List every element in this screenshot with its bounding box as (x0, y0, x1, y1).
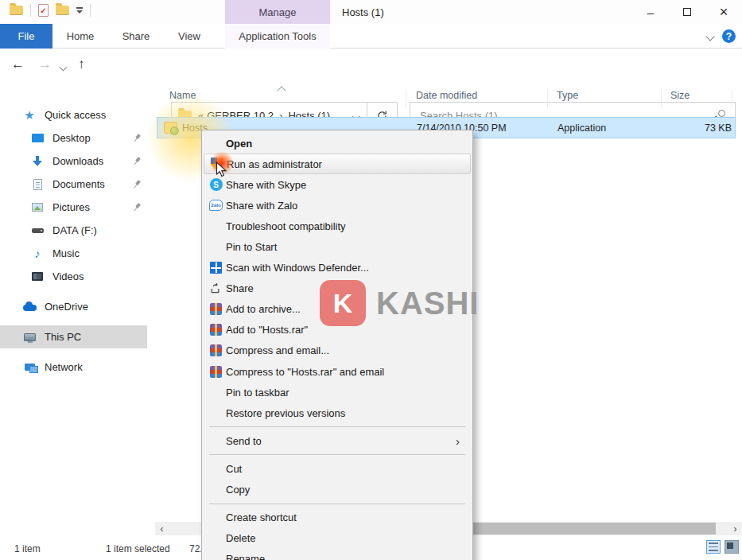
menu-item-share-with-zalo[interactable]: Zalo Share with Zalo (204, 195, 471, 216)
sidebar-item-videos[interactable]: Videos (0, 265, 155, 288)
maximize-button[interactable] (669, 0, 705, 24)
winrar-icon (209, 365, 223, 379)
tab-view[interactable]: View (172, 24, 207, 49)
sidebar-item-network[interactable]: Network (0, 356, 155, 379)
menu-item-cut[interactable]: Cut (204, 458, 471, 479)
menu-item-label: Compress to "Hosts.rar" and email (226, 366, 384, 378)
item-count: 1 item (14, 543, 41, 554)
sidebar-item-label: Desktop (52, 132, 91, 144)
column-header-size[interactable]: Size (670, 90, 690, 101)
properties-icon[interactable]: ✓ (38, 4, 49, 17)
sidebar-item-documents[interactable]: Documents (0, 173, 155, 196)
window-controls: – × (632, 0, 742, 24)
navigation-pane: ★ Quick access Desktop Downloads Documen… (0, 103, 155, 379)
sidebar-item-downloads[interactable]: Downloads (0, 150, 155, 173)
sidebar-item-desktop[interactable]: Desktop (0, 126, 155, 150)
sidebar-item-data-drive[interactable]: DATA (F:) (0, 219, 155, 242)
column-header-name[interactable]: Name (169, 90, 196, 101)
sidebar-item-quick-access[interactable]: ★ Quick access (0, 103, 155, 126)
tab-application-tools[interactable]: Application Tools (225, 24, 330, 49)
menu-item-delete[interactable]: Delete (204, 528, 471, 549)
menu-item-send-to[interactable]: Send to › (204, 430, 471, 451)
sidebar-item-label: Network (45, 361, 83, 373)
winrar-icon (209, 323, 223, 336)
menu-separator (209, 504, 465, 504)
sidebar-item-label: Videos (52, 270, 84, 282)
network-icon (21, 364, 38, 371)
defender-icon (209, 261, 223, 274)
minimize-button[interactable]: – (632, 0, 669, 24)
manage-contextual-group[interactable]: Manage (225, 0, 330, 24)
folder-icon[interactable] (10, 6, 23, 15)
column-header-date-modified[interactable]: Date modified (416, 90, 477, 101)
divider (30, 4, 31, 17)
maximize-icon (683, 8, 691, 16)
column-header-type[interactable]: Type (557, 90, 578, 101)
divider (547, 89, 548, 108)
explorer-window: ✓ Manage Hosts (1) – × File Home Share V… (0, 0, 742, 560)
menu-separator (209, 426, 465, 427)
menu-item-compress-to-hosts-rar-and-email[interactable]: Compress to "Hosts.rar" and email (204, 361, 471, 382)
scroll-right-icon[interactable]: › (728, 522, 742, 535)
quick-access-toolbar: ✓ (10, 4, 91, 17)
menu-item-pin-to-start[interactable]: Pin to Start (204, 236, 471, 257)
menu-item-copy[interactable]: Copy (204, 480, 471, 500)
menu-item-label: Delete (226, 532, 256, 544)
cloud-icon (21, 302, 38, 311)
menu-item-label: Scan with Windows Defender... (226, 262, 369, 274)
menu-item-label: Add to archive... (226, 303, 301, 315)
sidebar-item-pictures[interactable]: Pictures (0, 196, 155, 219)
file-type: Application (557, 122, 606, 134)
menu-item-rename[interactable]: Rename (204, 549, 471, 560)
sidebar-item-music[interactable]: ♪ Music (0, 242, 155, 265)
pin-icon (131, 201, 143, 213)
sidebar-item-onedrive[interactable]: OneDrive (0, 295, 155, 318)
menu-item-open[interactable]: Open (204, 133, 471, 154)
tab-home[interactable]: Home (62, 24, 99, 49)
watermark-brand: KASHI (376, 286, 479, 321)
chevron-down-icon[interactable] (705, 32, 714, 41)
menu-item-create-shortcut[interactable]: Create shortcut (204, 508, 471, 528)
skype-icon: S (209, 178, 223, 192)
menu-item-scan-with-windows-defender[interactable]: Scan with Windows Defender... (204, 258, 471, 278)
back-button[interactable]: ← (11, 56, 25, 72)
recent-locations-icon[interactable] (60, 64, 68, 72)
up-button[interactable]: ↑ (78, 56, 85, 72)
sidebar-item-this-pc[interactable]: This PC (0, 325, 147, 348)
file-size: 73 KB (660, 122, 732, 134)
menu-item-label: Rename (226, 553, 265, 560)
divider (90, 4, 91, 17)
divider (661, 89, 662, 108)
new-folder-icon[interactable] (56, 6, 69, 15)
share-icon (209, 282, 223, 295)
winrar-icon (209, 344, 223, 357)
menu-item-troubleshoot-compatibility[interactable]: Troubleshoot compatibility (204, 216, 471, 236)
customize-toolbar-icon[interactable] (76, 7, 83, 14)
selection-info: 1 item selected (106, 543, 170, 554)
monitor-icon (29, 134, 46, 142)
search-icon[interactable] (718, 110, 725, 117)
window-title: Hosts (1) (342, 0, 384, 24)
tab-file[interactable]: File (0, 24, 52, 49)
menu-item-run-as-administrator[interactable]: Run as administrator (204, 154, 471, 174)
scroll-left-icon[interactable]: ‹ (155, 522, 169, 535)
pin-icon (131, 155, 143, 167)
forward-button[interactable]: → (38, 56, 52, 72)
sort-ascending-icon[interactable] (277, 86, 286, 95)
menu-item-compress-and-email[interactable]: Compress and email... (204, 340, 471, 361)
sidebar-item-label: This PC (45, 331, 81, 343)
help-icon[interactable]: ? (722, 29, 736, 43)
tab-share[interactable]: Share (116, 24, 156, 49)
menu-item-label: Pin to Start (226, 241, 277, 253)
menu-item-label: Share with Zalo (226, 200, 297, 212)
close-button[interactable]: × (705, 0, 742, 24)
watermark-badge: K (320, 280, 366, 326)
details-view-icon[interactable] (706, 540, 721, 554)
application-file-icon (164, 122, 177, 134)
sidebar-item-label: Downloads (52, 155, 103, 167)
menu-item-pin-to-taskbar[interactable]: Pin to taskbar (204, 382, 471, 402)
thumbnail-view-icon[interactable] (725, 540, 739, 554)
pin-icon (131, 132, 143, 144)
menu-item-restore-previous-versions[interactable]: Restore previous versions (204, 402, 471, 423)
menu-item-share-with-skype[interactable]: S Share with Skype (204, 174, 471, 195)
